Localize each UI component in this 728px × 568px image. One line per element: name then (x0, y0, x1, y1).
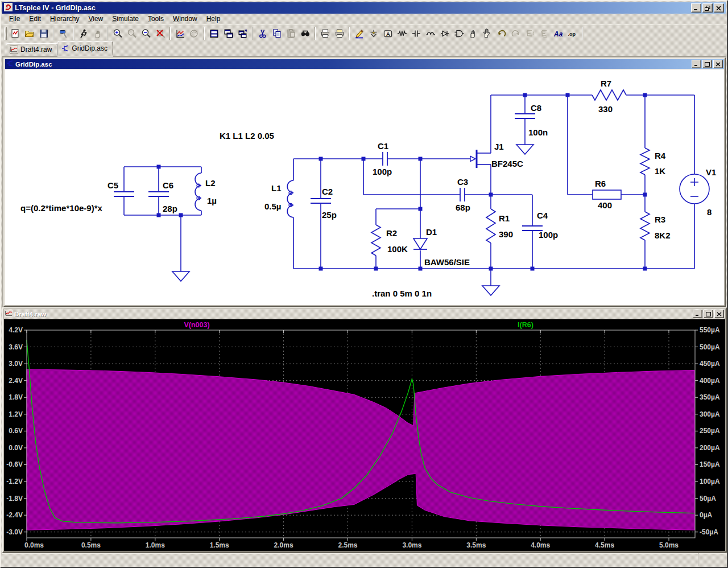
toolbar-resistor-button[interactable] (395, 26, 409, 40)
toolbar-separator (204, 27, 205, 40)
ground-symbol[interactable] (516, 145, 533, 154)
toolbar-copy-button[interactable] (270, 26, 284, 40)
legend-V(n003)[interactable]: V(n003) (184, 321, 209, 329)
toolbar-save-button[interactable] (36, 26, 51, 40)
toolbar-print-button[interactable] (318, 26, 332, 40)
schematic-annotation[interactable]: .tran 0 5m 0 1n (372, 289, 432, 298)
menu-hierarchy[interactable]: Hierarchy (46, 14, 84, 24)
menu-help[interactable]: Help (202, 14, 225, 24)
tab-draft4-raw[interactable]: Draft4.raw (6, 43, 57, 56)
toolbar-halt-button[interactable] (90, 26, 105, 40)
toolbar-redo-button[interactable] (508, 26, 523, 40)
toolbar-zoom-in-button[interactable] (110, 26, 125, 40)
toolbar-component-button[interactable] (452, 26, 466, 40)
component-ref-label: C3 (457, 177, 468, 187)
component-C8[interactable]: C8100n (515, 103, 548, 137)
schematic-canvas[interactable]: C5C628pL21µL10.5µC225pC1100pC368pR2100KD… (5, 69, 724, 305)
component-R1[interactable]: R1390 (486, 209, 513, 243)
toolbar-ground-button[interactable] (366, 26, 380, 40)
minimize-button[interactable] (691, 3, 701, 13)
toolbar-open-button[interactable] (22, 26, 36, 40)
schematic-close-button[interactable] (713, 60, 723, 68)
toolbar-move-button[interactable] (466, 26, 480, 40)
left-axis-tick-label: 4.2V (9, 326, 23, 334)
left-axis-tick-label: 3.6V (9, 343, 23, 351)
toolbar-wire-button[interactable] (352, 26, 366, 40)
toolbar-label-net-button[interactable]: A (380, 26, 395, 40)
component-C5[interactable]: C5 (107, 180, 134, 196)
close-button[interactable] (714, 3, 724, 13)
toolbar-cut-button[interactable] (255, 26, 270, 40)
toolbar-spice-directive-button[interactable]: .op (565, 26, 580, 40)
component-L2[interactable]: L21µ (195, 173, 217, 211)
toolbar-cascade-button[interactable] (235, 26, 250, 40)
toolbar-separator (73, 27, 74, 40)
tab-griddip-asc[interactable]: GridDip.asc (57, 41, 113, 56)
toolbar-grip[interactable] (4, 27, 7, 40)
menu-edit[interactable]: Edit (24, 14, 46, 24)
toolbar-text-button[interactable]: Aa (551, 26, 565, 40)
toolbar-zoom-full-button[interactable] (153, 26, 167, 40)
component-R2[interactable]: R2100K (371, 225, 408, 256)
waveform-plot[interactable]: 4.2V550µA3.6V500µA3.0V450µA2.4V400µA1.8V… (4, 319, 725, 551)
menu-simulate[interactable]: Simulate (107, 14, 143, 24)
component-R3[interactable]: R38K2 (640, 212, 671, 240)
component-R7[interactable]: R7330 (592, 79, 626, 114)
schematic-annotation[interactable]: q=(0.2*time*10e-9)*x (20, 203, 102, 213)
toolbar-find-button[interactable] (298, 26, 312, 40)
waveform-window-title: Draft4.raw (14, 311, 692, 318)
component-L1[interactable]: L10.5µ (264, 180, 293, 217)
trace-V(n003)[interactable] (27, 369, 694, 530)
waveform-minimize-button[interactable] (693, 310, 702, 318)
toolbar-tile-vertical-button[interactable] (221, 26, 235, 40)
toolbar-capacitor-button[interactable] (409, 26, 423, 40)
schematic-maximize-button[interactable] (702, 60, 712, 68)
wire-junction (523, 93, 527, 97)
component-R6[interactable]: R6400 (593, 179, 621, 210)
toolbar-rotate-button[interactable] (537, 26, 551, 40)
toolbar-zoom-out-button[interactable] (139, 26, 153, 40)
ground-symbol[interactable] (172, 271, 189, 281)
toolbar-undo-button[interactable] (494, 26, 508, 40)
schematic-minimize-button[interactable] (692, 60, 701, 68)
ground-symbol[interactable] (482, 286, 499, 295)
component-V1[interactable]: V18 (680, 167, 716, 217)
toolbar-tile-horizontal-button[interactable] (207, 26, 221, 40)
menu-window[interactable]: Window (168, 14, 202, 24)
schematic-title-bar[interactable]: GridDip.asc (5, 59, 724, 69)
component-C4[interactable]: C4100p (522, 211, 558, 240)
component-C6[interactable]: C628p (148, 180, 177, 213)
paste-icon (286, 28, 296, 39)
toolbar-separator (582, 27, 583, 40)
zoom-full-icon (155, 28, 166, 39)
toolbar-paste-button[interactable] (284, 26, 298, 40)
component-D1[interactable]: D1BAW56/SIE (413, 227, 470, 267)
menu-tools[interactable]: Tools (143, 14, 168, 24)
menu-view[interactable]: View (84, 14, 107, 24)
menu-file[interactable]: File (5, 14, 24, 24)
inductor-icon (425, 28, 436, 39)
toolbar-zoom-pan-button[interactable] (125, 26, 139, 40)
schematic-annotation[interactable]: K1 L1 L2 0.05 (220, 131, 274, 141)
waveform-maximize-button[interactable] (704, 310, 713, 318)
component-C2[interactable]: C225p (311, 187, 337, 220)
toolbar-mirror-button[interactable] (523, 26, 537, 40)
toolbar-control-panel-button[interactable] (56, 26, 71, 40)
toolbar-diode-button[interactable] (437, 26, 452, 40)
toolbar-inductor-button[interactable] (423, 26, 437, 40)
waveform-title-bar[interactable]: Draft4.raw (4, 309, 725, 319)
component-R4[interactable]: R41K (640, 148, 666, 176)
toolbar-print-preview-button[interactable] (332, 26, 346, 40)
toolbar-new-schematic-button[interactable] (8, 26, 22, 40)
legend-I(R6)[interactable]: I(R6) (518, 321, 533, 329)
toolbar-run-button[interactable] (76, 26, 90, 40)
waveform-close-button[interactable] (714, 310, 724, 318)
waveform-plot-area[interactable]: 4.2V550µA3.6V500µA3.0V450µA2.4V400µA1.8V… (4, 319, 725, 551)
schematic-drawing[interactable]: C5C628pL21µL10.5µC225pC1100pC368pR2100KD… (5, 69, 724, 305)
toolbar-mark-points-button[interactable] (187, 26, 201, 40)
restore-button[interactable] (702, 3, 713, 13)
x-axis-tick-label: 3.0ms (402, 541, 421, 549)
toolbar-drag-button[interactable] (480, 26, 494, 40)
toolbar-autorange-button[interactable] (173, 26, 187, 40)
main-title-bar[interactable]: LTspice IV - GridDip.asc (2, 2, 726, 14)
